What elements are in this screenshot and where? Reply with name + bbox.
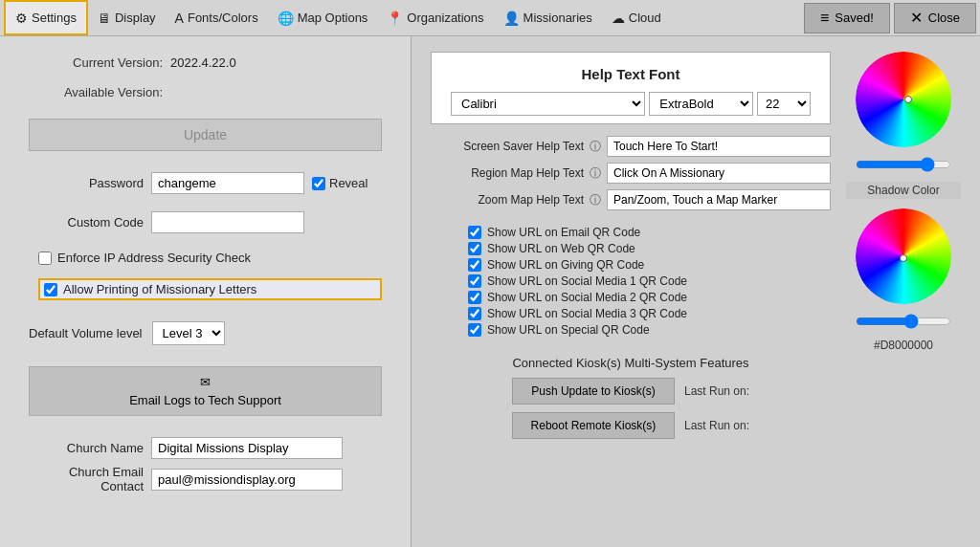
enforce-ip-row: Enforce IP Address Security Check <box>38 251 382 265</box>
fonts-icon: A <box>175 11 184 26</box>
allow-printing-label: Allow Printing of Missionary Letters <box>63 282 256 296</box>
nav-label-missionaries: Missionaries <box>523 11 592 25</box>
reveal-checkbox-row: Reveal <box>312 176 368 190</box>
screen-saver-input[interactable] <box>607 136 831 157</box>
available-version-label: Available Version: <box>29 85 163 99</box>
update-button[interactable]: Update <box>29 119 382 151</box>
volume-label: Default Volume level <box>29 326 143 340</box>
nav-label-cloud: Cloud <box>629 11 661 25</box>
push-last-run-label: Last Run on: <box>684 384 749 398</box>
allow-printing-checkbox[interactable] <box>44 283 57 296</box>
display-icon: 🖥 <box>98 11 111 26</box>
kiosk-title: Connected Kiosk(s) Multi-System Features <box>512 356 748 370</box>
current-version-row: Current Version: 2022.4.22.0 <box>29 55 382 70</box>
password-row: Password Reveal <box>29 172 382 194</box>
nav-item-missionaries[interactable]: 👤 Missionaries <box>494 0 602 35</box>
region-map-input[interactable] <box>607 163 831 184</box>
church-name-row: Church Name <box>29 437 382 459</box>
close-label: Close <box>928 11 960 25</box>
qr-checkbox-3[interactable] <box>468 274 481 288</box>
nav-item-organizations[interactable]: 📍 Organizations <box>377 0 493 35</box>
qr-label-3: Show URL on Social Media 1 QR Code <box>487 274 687 288</box>
zoom-map-row: Zoom Map Help Text ⓘ <box>431 189 831 210</box>
available-version-row: Available Version: <box>29 85 382 99</box>
custom-code-row: Custom Code <box>29 211 382 233</box>
color-wheel-dot-1 <box>904 96 912 103</box>
close-icon: ✕ <box>910 9 923 27</box>
nav-item-fonts-colors[interactable]: A Fonts/Colors <box>166 0 268 35</box>
email-logs-button[interactable]: ✉ Email Logs to Tech Support <box>29 366 382 416</box>
qr-check-row-3: Show URL on Social Media 1 QR Code <box>468 274 793 288</box>
nav-item-settings[interactable]: ⚙ Settings <box>4 0 88 35</box>
close-button[interactable]: ✕ Close <box>894 3 976 33</box>
email-logs-label: Email Logs to Tech Support <box>129 393 281 407</box>
qr-checkbox-5[interactable] <box>468 307 481 320</box>
color-wheel-1[interactable] <box>856 52 951 147</box>
church-section: Church Name Church Email Contact <box>29 437 382 497</box>
nav-label-map: Map Options <box>298 11 368 25</box>
push-update-label: Push Update to Kiosk(s) <box>531 384 655 398</box>
screen-saver-label: Screen Saver Help Text <box>431 140 584 153</box>
qr-checkbox-6[interactable] <box>468 323 481 337</box>
qr-check-row-5: Show URL on Social Media 3 QR Code <box>468 307 793 320</box>
reveal-checkbox[interactable] <box>312 177 325 190</box>
qr-checkbox-2[interactable] <box>468 258 481 272</box>
map-icon: 🌐 <box>278 11 294 26</box>
push-update-button[interactable]: Push Update to Kiosk(s) <box>512 378 675 405</box>
saved-button[interactable]: ≡ Saved! <box>804 3 890 33</box>
custom-code-input[interactable] <box>151 211 304 233</box>
current-version-label: Current Version: <box>29 55 163 70</box>
nav-item-cloud[interactable]: ☁ Cloud <box>602 0 671 35</box>
font-select[interactable]: Calibri <box>451 92 645 116</box>
qr-check-row-1: Show URL on Web QR Code <box>468 242 793 255</box>
reveal-label: Reveal <box>329 176 368 190</box>
nav-label-display: Display <box>115 11 156 25</box>
region-map-row: Region Map Help Text ⓘ <box>431 163 831 184</box>
color-wheel-2[interactable] <box>856 208 951 304</box>
reboot-button[interactable]: Reboot Remote Kiosk(s) <box>512 412 675 439</box>
church-name-input[interactable] <box>151 437 343 459</box>
church-email-label: Church Email Contact <box>29 465 144 493</box>
password-input[interactable] <box>151 172 304 194</box>
kiosk-section: Connected Kiosk(s) Multi-System Features… <box>431 356 831 439</box>
missionary-icon: 👤 <box>503 11 520 26</box>
qr-checkboxes: Show URL on Email QR CodeShow URL on Web… <box>431 226 831 337</box>
qr-checkbox-4[interactable] <box>468 291 481 304</box>
nav-item-map-options[interactable]: 🌐 Map Options <box>268 0 378 35</box>
region-map-label: Region Map Help Text <box>431 166 584 180</box>
qr-check-row-0: Show URL on Email QR Code <box>468 226 793 239</box>
qr-check-row-2: Show URL on Giving QR Code <box>468 258 793 272</box>
help-text-font-title: Help Text Font <box>581 66 679 82</box>
font-weight-select[interactable]: ExtraBold Regular Bold Italic <box>649 92 753 116</box>
qr-label-0: Show URL on Email QR Code <box>487 226 640 239</box>
custom-code-label: Custom Code <box>29 215 144 230</box>
font-size-select[interactable]: 22 14 16 18 20 24 <box>757 92 811 116</box>
qr-label-1: Show URL on Web QR Code <box>487 242 635 255</box>
church-email-input[interactable] <box>151 469 343 491</box>
reboot-last-run-label: Last Run on: <box>684 419 749 432</box>
org-icon: 📍 <box>387 11 403 26</box>
screen-saver-row: Screen Saver Help Text ⓘ <box>431 136 831 157</box>
nav-item-display[interactable]: 🖥 Display <box>88 0 166 35</box>
nav-label-org: Organizations <box>407 11 483 25</box>
enforce-ip-checkbox[interactable] <box>38 252 52 265</box>
zoom-map-input[interactable] <box>607 189 831 210</box>
qr-label-6: Show URL on Special QR Code <box>487 323 650 337</box>
church-name-label: Church Name <box>29 441 144 455</box>
qr-checkbox-1[interactable] <box>468 242 481 255</box>
qr-label-2: Show URL on Giving QR Code <box>487 258 644 272</box>
qr-label-4: Show URL on Social Media 2 QR Code <box>487 291 687 304</box>
zoom-map-info-icon: ⓘ <box>590 192 601 208</box>
reboot-row: Reboot Remote Kiosk(s) Last Run on: <box>512 412 749 439</box>
volume-select[interactable]: Level 3 Level 1 Level 2 Level 4 Level 5 <box>152 321 225 345</box>
saved-icon: ≡ <box>820 10 829 27</box>
color-slider-1[interactable] <box>856 157 951 172</box>
color-slider-2[interactable] <box>856 314 951 329</box>
qr-check-row-4: Show URL on Social Media 2 QR Code <box>468 291 793 304</box>
volume-row: Default Volume level Level 3 Level 1 Lev… <box>29 321 382 345</box>
nav-bar: ⚙ Settings 🖥 Display A Fonts/Colors 🌐 Ma… <box>0 0 980 36</box>
push-update-row: Push Update to Kiosk(s) Last Run on: <box>512 378 749 405</box>
current-version-value: 2022.4.22.0 <box>170 55 236 70</box>
qr-checkbox-0[interactable] <box>468 226 481 239</box>
help-text-rows: Screen Saver Help Text ⓘ Region Map Help… <box>431 136 831 210</box>
